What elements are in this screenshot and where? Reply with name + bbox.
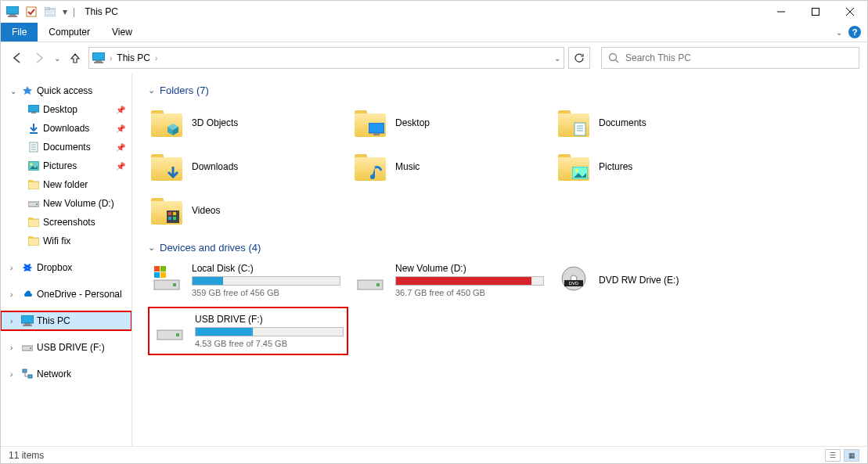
- recent-locations-button[interactable]: ⌄: [52, 49, 62, 67]
- sidebar-this-pc[interactable]: › This PC: [1, 311, 131, 330]
- qat-properties-icon[interactable]: [23, 3, 40, 20]
- ribbon-expand-icon[interactable]: ⌄: [836, 28, 842, 37]
- drive-icon: [27, 197, 40, 210]
- sidebar-item-downloads[interactable]: Downloads📌: [1, 119, 131, 138]
- sidebar-item-label: Wifi fix: [43, 236, 70, 246]
- sidebar-item-pictures[interactable]: Pictures📌: [1, 156, 131, 175]
- drive-local-disk-c-[interactable]: Local Disk (C:)359 GB free of 456 GB: [148, 260, 344, 300]
- svg-point-13: [610, 54, 617, 61]
- svg-rect-27: [36, 203, 38, 205]
- search-input[interactable]: [625, 52, 852, 63]
- drive-dvd-rw-drive-e-[interactable]: DVDDVD RW Drive (E:): [555, 260, 751, 300]
- svg-rect-54: [154, 266, 160, 272]
- tab-file[interactable]: File: [1, 23, 38, 41]
- sidebar-item-label: Dropbox: [37, 262, 72, 273]
- window-title: This PC: [85, 6, 118, 17]
- svg-rect-10: [92, 52, 105, 60]
- chevron-right-icon: ›: [10, 264, 18, 272]
- maximize-button[interactable]: [798, 1, 833, 23]
- back-button[interactable]: [9, 49, 26, 67]
- svg-rect-5: [45, 7, 49, 9]
- svg-rect-59: [376, 283, 380, 286]
- details-view-button[interactable]: ☰: [825, 449, 841, 462]
- folder-label: Documents: [599, 117, 646, 128]
- folder-videos[interactable]: Videos: [148, 190, 344, 231]
- address-bar[interactable]: › This PC › ⌄: [88, 47, 564, 69]
- sidebar-network[interactable]: › Network: [1, 365, 131, 383]
- search-icon: [608, 52, 619, 63]
- folder-downloads[interactable]: Downloads: [148, 146, 344, 187]
- svg-rect-30: [28, 238, 39, 246]
- svg-rect-49: [173, 212, 176, 215]
- folder-pictures[interactable]: Pictures: [555, 146, 751, 187]
- qat-new-folder-icon[interactable]: [41, 3, 59, 20]
- group-header-folders[interactable]: ⌄ Folders (7): [148, 85, 852, 96]
- svg-rect-34: [23, 325, 32, 326]
- forward-button[interactable]: [31, 49, 48, 67]
- sidebar-item-label: Network: [37, 369, 71, 379]
- status-bar: 11 items ☰ ▦: [1, 446, 867, 463]
- folder-icon: [149, 106, 184, 140]
- sidebar-usb-drive[interactable]: › USB DRIVE (F:): [1, 338, 131, 357]
- svg-rect-1: [9, 14, 16, 16]
- folder-documents[interactable]: Documents: [555, 103, 751, 143]
- chevron-down-icon: ⌄: [10, 87, 18, 95]
- folder-label: Downloads: [192, 161, 238, 172]
- drive-free-text: 359 GB free of 456 GB: [192, 288, 342, 297]
- network-icon: [21, 368, 34, 380]
- svg-rect-3: [27, 7, 36, 16]
- svg-rect-25: [28, 180, 33, 182]
- pin-icon: 📌: [116, 106, 125, 114]
- svg-rect-38: [28, 375, 32, 378]
- group-header-label: Folders (7): [160, 85, 209, 96]
- sidebar-item-screenshots[interactable]: Screenshots: [1, 213, 131, 232]
- sidebar-dropbox[interactable]: › Dropbox: [1, 258, 131, 277]
- sidebar-item-desktop[interactable]: Desktop📌: [1, 100, 131, 119]
- sidebar-item-wifi-fix[interactable]: Wifi fix: [1, 232, 131, 250]
- folder-3d-objects[interactable]: 3D Objects: [148, 103, 344, 143]
- title-bar: ▾ | This PC: [1, 1, 867, 23]
- svg-rect-41: [574, 123, 585, 135]
- sidebar-quick-access[interactable]: ⌄ Quick access: [1, 81, 131, 100]
- svg-rect-29: [28, 218, 33, 220]
- sidebar-item-label: OneDrive - Personal: [37, 289, 122, 300]
- status-item-count: 11 items: [9, 450, 44, 461]
- navigation-pane: ⌄ Quick access Desktop📌Downloads📌Documen…: [1, 74, 132, 446]
- folder-desktop[interactable]: Desktop: [351, 103, 547, 143]
- sidebar-onedrive[interactable]: › OneDrive - Personal: [1, 285, 131, 304]
- sidebar-item-new-volume-d-[interactable]: New Volume (D:): [1, 194, 131, 213]
- desktop-icon: [27, 103, 40, 116]
- qat-dropdown-icon[interactable]: ▾: [60, 3, 70, 20]
- up-button[interactable]: [67, 49, 84, 67]
- quick-access-toolbar: ▾: [4, 3, 70, 20]
- drive-label: Local Disk (C:): [192, 263, 342, 274]
- folder-music[interactable]: Music: [351, 146, 547, 187]
- app-icon[interactable]: [4, 3, 21, 20]
- breadcrumb[interactable]: This PC: [117, 52, 150, 63]
- help-icon[interactable]: ?: [848, 26, 861, 38]
- refresh-button[interactable]: [568, 47, 590, 69]
- search-box[interactable]: [601, 47, 859, 69]
- svg-rect-48: [168, 212, 171, 215]
- drive-new-volume-d-[interactable]: New Volume (D:)36.7 GB free of 450 GB: [351, 260, 547, 300]
- sidebar-item-label: New Volume (D:): [43, 198, 114, 209]
- drive-icon: [21, 341, 34, 354]
- svg-rect-11: [95, 60, 102, 62]
- minimize-button[interactable]: [764, 1, 798, 23]
- sidebar-item-label: Quick access: [37, 85, 92, 96]
- address-dropdown-icon[interactable]: ⌄: [554, 54, 560, 63]
- folder-icon: [149, 193, 184, 228]
- pin-icon: 📌: [116, 143, 125, 152]
- sidebar-item-label: Screenshots: [43, 217, 95, 228]
- tab-computer[interactable]: Computer: [38, 23, 101, 41]
- drive-usb-drive-f-[interactable]: USB DRIVE (F:)4.53 GB free of 7.45 GB: [148, 307, 348, 355]
- sidebar-item-new-folder[interactable]: New folder: [1, 175, 131, 194]
- close-button[interactable]: [833, 1, 867, 23]
- tab-view[interactable]: View: [101, 23, 143, 41]
- svg-rect-0: [6, 6, 19, 14]
- group-header-drives[interactable]: ⌄ Devices and drives (4): [148, 242, 852, 254]
- svg-rect-55: [160, 266, 166, 272]
- tiles-view-button[interactable]: ▦: [844, 449, 859, 462]
- sidebar-item-documents[interactable]: Documents📌: [1, 138, 131, 156]
- svg-rect-31: [28, 236, 33, 239]
